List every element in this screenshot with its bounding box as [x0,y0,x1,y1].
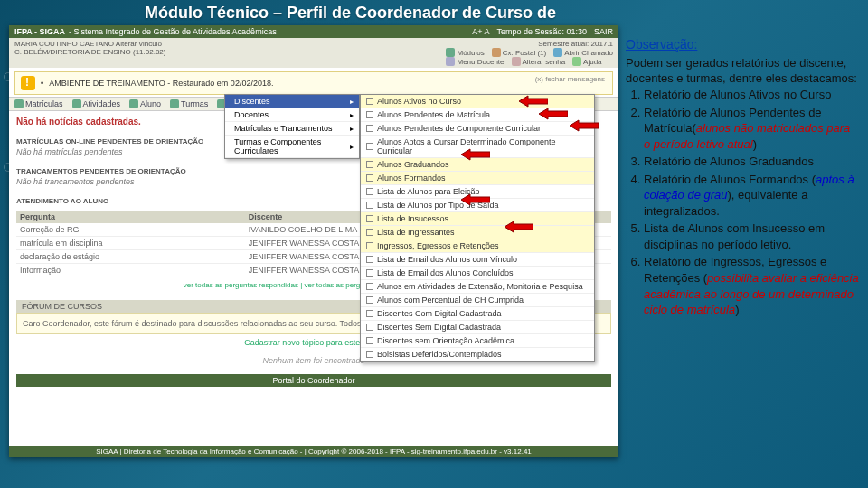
dropdown-relatorios[interactable]: Discentes▸Docentes▸Matrículas e Trancame… [224,94,360,159]
obs-item: Relatório de Alunos Pendentes de Matrícu… [644,105,859,153]
red-arrow-icon [570,119,599,134]
svg-marker-3 [461,149,490,160]
menu-aluno[interactable]: Aluno [129,99,161,108]
ctrl-chamado[interactable]: Abrir Chamado [553,48,613,57]
logout-link[interactable]: SAIR [594,27,613,36]
font-size-control[interactable]: A+ A [472,27,489,36]
close-messages-link[interactable]: (x) fechar mensagens [535,75,605,83]
qtable-h1: Pergunta [16,211,245,223]
svg-marker-5 [505,221,533,232]
ctrl-ajuda[interactable]: Ajuda [572,57,601,66]
dd2-item[interactable]: Alunos Formandos [361,172,594,185]
slide-title: Módulo Técnico – Perfil de Coordenador d… [0,0,868,24]
topbar: IFPA - SIGAA - Sistema Integrado de Gest… [9,25,618,38]
dd2-item[interactable]: Lista de Email dos Alunos Concluídos [361,267,594,280]
dd2-item[interactable]: Alunos Ativos no Curso [361,95,594,108]
ctrl-senha[interactable]: Alterar senha [512,57,566,66]
dd2-item[interactable]: Lista de Ingressantes [361,226,594,239]
dd2-item[interactable]: Discentes Sem Digital Cadastrada [361,321,594,334]
svg-marker-4 [461,194,490,205]
obs-intro: Podem ser gerados relatórios de discente… [626,55,859,87]
obs-title: Observação: [626,36,859,53]
red-arrow-icon [505,221,533,235]
ctrl-menu[interactable]: Menu Docente [446,57,504,66]
dropdown-discentes[interactable]: Alunos Ativos no CursoAlunos Pendentes d… [360,94,595,362]
obs-item: Lista de Alunos com Insucesso em discipl… [644,221,859,252]
footer: SIGAA | Diretoria de Tecnologia da Infor… [9,446,618,457]
menu-turmas[interactable]: Turmas [170,99,208,108]
warning-icon [21,76,35,90]
session-time: Tempo de Sessão: 01:30 [496,27,587,36]
svg-marker-2 [570,120,599,131]
dd1-item[interactable]: Discentes▸ [225,95,359,108]
brand-subtitle: - Sistema Integrado de Gestão de Ativida… [69,27,277,36]
portal-header: Portal do Coordenador [16,374,611,387]
warning-banner: • AMBIENTE DE TREINAMENTO - Restaurado e… [14,71,613,95]
dd2-item[interactable]: Lista de Insucessos [361,212,594,226]
obs-item: Relatório de Ingressos, Egressos e Reten… [644,254,859,317]
userbar: MARIA COUTINHO CAETANO Alterar vínculo C… [9,38,618,68]
dd1-item[interactable]: Turmas e Componentes Curriculares▸ [225,136,359,158]
obs-item: Relatório de Alunos Formandos (aptos à c… [644,172,859,220]
dd1-item[interactable]: Matrículas e Trancamentos▸ [225,122,359,136]
ctrl-modulos[interactable]: Módulos [446,48,484,57]
dd2-item[interactable]: Ingressos, Egressos e Retenções [361,239,594,253]
dd2-item[interactable]: Alunos com Percentual de CH Cumprida [361,294,594,307]
dd2-item[interactable]: Bolsistas Deferidos/Contemplados [361,348,594,361]
dd2-item[interactable]: Discentes sem Orientação Acadêmica [361,334,594,348]
observations-panel: Observação: Podem ser gerados relatórios… [626,36,859,320]
dd2-item[interactable]: Alunos Pendentes de Componente Curricula… [361,122,594,136]
svg-marker-0 [519,96,548,107]
red-arrow-icon [461,148,490,163]
warning-text: AMBIENTE DE TREINAMENTO - Restaurado em … [49,79,273,88]
svg-marker-1 [539,108,568,119]
semester-label: Semestre atual: 2017.1 [446,40,613,48]
obs-item: Relatório de Alunos Ativos no Curso [644,87,859,103]
red-arrow-icon [539,108,568,122]
menu-atividades[interactable]: Atividades [72,99,121,108]
brand: IFPA - SIGAA [14,27,65,36]
dd2-item[interactable]: Lista de Email dos Alunos com Vínculo [361,253,594,267]
red-arrow-icon [461,193,490,208]
user-name: MARIA COUTINHO CAETANO Alterar vínculo [14,40,165,48]
menu-matrículas[interactable]: Matrículas [14,99,63,108]
user-unit: C. BELÉM/DIRETORIA DE ENSINO (11.02.02) [14,48,165,56]
dd2-item[interactable]: Discentes Com Digital Cadastrada [361,307,594,321]
dd1-item[interactable]: Docentes▸ [225,108,359,122]
ctrl-cxpostal[interactable]: Cx. Postal (1) [492,48,546,57]
obs-item: Relatório de Alunos Graduandos [644,154,859,170]
dd2-item[interactable]: Alunos em Atividades de Extensão, Monito… [361,280,594,294]
